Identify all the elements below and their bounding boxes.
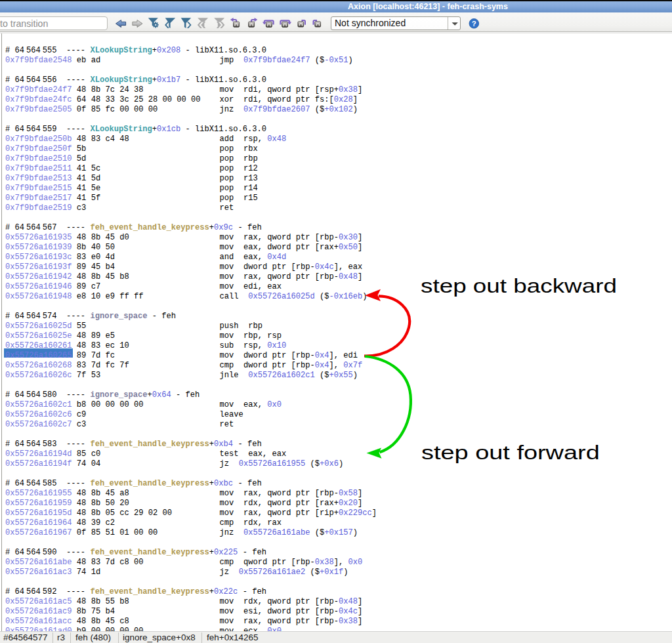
svg-text:?: ?: [472, 20, 476, 28]
